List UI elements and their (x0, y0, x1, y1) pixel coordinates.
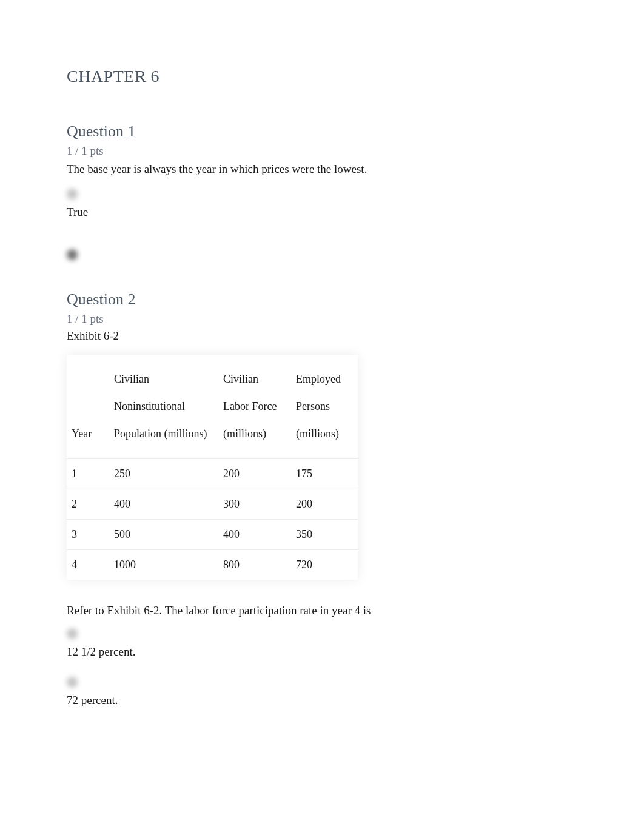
question-2-points: 1 / 1 pts (67, 312, 577, 326)
cell-population: 250 (109, 458, 218, 489)
exhibit-table: Year Civilian Noninstitutional Populatio… (67, 355, 358, 580)
chapter-title: CHAPTER 6 (67, 67, 577, 86)
cell-labor: 300 (218, 489, 291, 519)
radio-icon[interactable] (67, 628, 78, 639)
table-header-year: Year (67, 355, 109, 459)
question-1: Question 1 1 / 1 pts The base year is al… (67, 122, 577, 260)
cell-population: 1000 (109, 549, 218, 580)
table-row: 4 1000 800 720 (67, 549, 358, 580)
cell-labor: 400 (218, 519, 291, 549)
radio-icon[interactable] (67, 189, 78, 200)
question-2-option-2: 72 percent. (67, 694, 577, 707)
question-2-title: Question 2 (67, 290, 577, 309)
table-row: 1 250 200 175 (67, 458, 358, 489)
table-row: 3 500 400 350 (67, 519, 358, 549)
cell-employed: 200 (291, 489, 358, 519)
cell-labor: 800 (218, 549, 291, 580)
question-1-points: 1 / 1 pts (67, 144, 577, 158)
cell-employed: 350 (291, 519, 358, 549)
cell-year: 4 (67, 549, 109, 580)
question-2: Question 2 1 / 1 pts Exhibit 6-2 Year Ci… (67, 290, 577, 707)
cell-employed: 175 (291, 458, 358, 489)
question-1-option-1: True (67, 206, 577, 219)
cell-population: 400 (109, 489, 218, 519)
radio-icon[interactable] (67, 249, 78, 260)
question-1-text: The base year is always the year in whic… (67, 161, 577, 178)
table-row: 2 400 300 200 (67, 489, 358, 519)
table-header-labor-force: Civilian Labor Force (millions) (218, 355, 291, 459)
cell-year: 1 (67, 458, 109, 489)
cell-population: 500 (109, 519, 218, 549)
table-header-row: Year Civilian Noninstitutional Populatio… (67, 355, 358, 459)
table-header-population: Civilian Noninstitutional Population (mi… (109, 355, 218, 459)
cell-labor: 200 (218, 458, 291, 489)
cell-year: 2 (67, 489, 109, 519)
exhibit-label: Exhibit 6-2 (67, 329, 577, 343)
cell-year: 3 (67, 519, 109, 549)
question-1-title: Question 1 (67, 122, 577, 141)
question-2-followup: Refer to Exhibit 6-2. The labor force pa… (67, 604, 577, 617)
cell-employed: 720 (291, 549, 358, 580)
table-header-employed: Employed Persons (millions) (291, 355, 358, 459)
radio-icon[interactable] (67, 677, 78, 688)
question-2-option-1: 12 1/2 percent. (67, 645, 577, 659)
